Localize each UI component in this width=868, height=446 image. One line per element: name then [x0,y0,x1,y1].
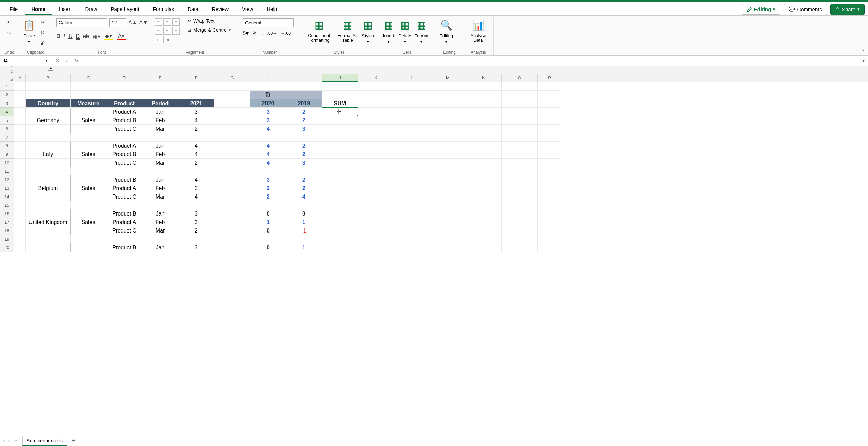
cell-H3[interactable]: 2020 [250,99,286,108]
cell-H8[interactable]: 4 [250,142,286,150]
cell-P3[interactable] [538,99,561,108]
cell-O8[interactable] [502,142,538,150]
cell-K4[interactable] [358,108,394,116]
cell-G10[interactable] [214,159,250,167]
cell-D7[interactable] [106,133,142,142]
cell-O15[interactable] [502,201,538,209]
cell-C17[interactable]: Sales [71,218,106,226]
cell-C16[interactable] [71,209,106,218]
cell-I15[interactable] [286,201,322,209]
cell-A7[interactable] [14,133,26,142]
cell-A19[interactable] [14,235,26,243]
grid[interactable]: ABCDEFGHIJKLMNOP 12D3CountryMeasureProdu… [0,74,868,435]
tab-draw[interactable]: Draw [79,4,103,15]
cell-F5[interactable]: 4 [178,116,214,125]
align-top-center[interactable]: ≡ [163,18,171,26]
cell-G6[interactable] [214,125,250,133]
row-header-12[interactable]: 12 [0,175,14,184]
cell-C18[interactable] [71,226,106,235]
cell-E20[interactable]: Jan [142,243,178,252]
align-mid-left[interactable]: ≡ [155,27,162,35]
cell-D10[interactable]: Product C [106,159,142,167]
cell-G2[interactable] [214,91,250,99]
cell-K14[interactable] [358,192,394,201]
cell-J17[interactable] [322,218,358,226]
cell-L9[interactable] [394,150,430,159]
col-header-D[interactable]: D [106,74,142,82]
cell-G8[interactable] [214,142,250,150]
cell-O9[interactable] [502,150,538,159]
cell-J5[interactable] [322,116,358,125]
cell-J15[interactable] [322,201,358,209]
cell-D12[interactable]: Product B [106,175,142,184]
cell-O14[interactable] [502,192,538,201]
cell-F15[interactable] [178,201,214,209]
cell-O5[interactable] [502,116,538,125]
cell-N16[interactable] [466,209,502,218]
col-header-G[interactable]: G [214,74,250,82]
cell-K11[interactable] [358,167,394,175]
cell-L1[interactable] [394,82,430,91]
row-header-13[interactable]: 13 [0,184,14,192]
cell-H15[interactable] [250,201,286,209]
cell-P17[interactable] [538,218,561,226]
cell-P8[interactable] [538,142,561,150]
row-header-10[interactable]: 10 [0,159,14,167]
cell-C1[interactable] [71,82,106,91]
tab-home[interactable]: Home [25,4,52,15]
cell-K3[interactable] [358,99,394,108]
cell-M10[interactable] [430,159,466,167]
cell-J13[interactable] [322,184,358,192]
col-header-J[interactable]: J [322,74,358,82]
cell-M12[interactable] [430,175,466,184]
col-header-A[interactable]: A [14,74,26,82]
cell-N8[interactable] [466,142,502,150]
tab-formulas[interactable]: Formulas [147,4,180,15]
cell-E15[interactable] [142,201,178,209]
collapse-ribbon-button[interactable]: ⌃ [861,49,865,54]
cell-G16[interactable] [214,209,250,218]
cell-H16[interactable]: 0 [250,209,286,218]
cell-I17[interactable]: 1 [286,218,322,226]
cell-G1[interactable] [214,82,250,91]
cell-C20[interactable] [71,243,106,252]
cell-H4[interactable]: 3 [250,108,286,116]
cell-F6[interactable]: 2 [178,125,214,133]
cell-K1[interactable] [358,82,394,91]
cell-H14[interactable]: 2 [250,192,286,201]
format-cells-button[interactable]: ▦Format▾ [414,18,428,44]
cell-B20[interactable] [26,243,71,252]
cell-B16[interactable] [26,209,71,218]
cell-P14[interactable] [538,192,561,201]
cell-A2[interactable] [14,91,26,99]
cell-A15[interactable] [14,201,26,209]
cell-E19[interactable] [142,235,178,243]
row-header-11[interactable]: 11 [0,167,14,175]
cell-D19[interactable] [106,235,142,243]
cell-F10[interactable]: 2 [178,159,214,167]
cell-C19[interactable] [71,235,106,243]
cell-N11[interactable] [466,167,502,175]
cell-N4[interactable] [466,108,502,116]
cell-J19[interactable] [322,235,358,243]
cell-J20[interactable] [322,243,358,252]
cut-button[interactable]: ✂ [39,18,47,26]
chevron-down-icon[interactable]: ▾ [28,40,30,44]
cell-K12[interactable] [358,175,394,184]
increase-font-button[interactable]: A▲ [128,20,137,26]
cell-K19[interactable] [358,235,394,243]
conditional-formatting-button[interactable]: ▦ Conditional Formatting [304,18,334,43]
cell-P12[interactable] [538,175,561,184]
cell-H9[interactable]: 4 [250,150,286,159]
row-header-6[interactable]: 6 [0,125,14,133]
cell-N7[interactable] [466,133,502,142]
cell-B1[interactable] [26,82,71,91]
cell-M3[interactable] [430,99,466,108]
cell-C10[interactable] [71,159,106,167]
tab-page-layout[interactable]: Page Layout [104,4,145,15]
cell-L13[interactable] [394,184,430,192]
fx-icon[interactable]: fx [75,58,78,63]
cell-J2[interactable] [322,91,358,99]
cell-K5[interactable] [358,116,394,125]
col-header-E[interactable]: E [142,74,178,82]
